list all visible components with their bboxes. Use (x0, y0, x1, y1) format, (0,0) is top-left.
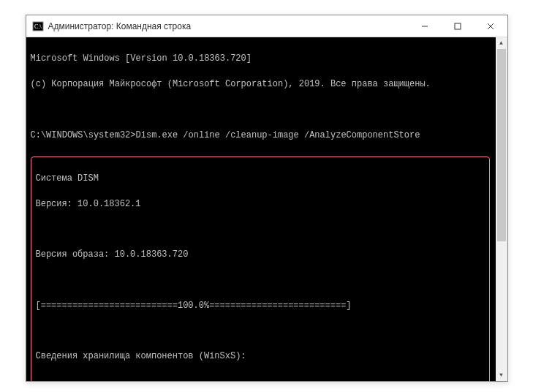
scroll-thumb[interactable] (497, 49, 506, 241)
winsxs-header: Сведения хранилища компонентов (WinSxS): (36, 350, 485, 363)
output-highlight-box: Система DISM Версия: 10.0.18362.1 Версия… (31, 157, 490, 381)
svg-text:C:\: C:\ (34, 23, 42, 30)
command-prompt-window: C:\ Администратор: Командная строка Micr… (26, 15, 508, 382)
scroll-track[interactable] (496, 49, 507, 369)
close-button[interactable] (475, 15, 507, 37)
prompt-command: Dism.exe /online /cleanup-image /Analyze… (136, 130, 420, 140)
cmd-icon: C:\ (32, 20, 44, 32)
scrollbar[interactable]: ▲ ▼ (496, 37, 507, 381)
scroll-down-button[interactable]: ▼ (496, 369, 507, 381)
dism-tool-version: Версия: 10.0.18362.1 (36, 198, 485, 211)
blank-line (31, 104, 503, 116)
blank-line (36, 325, 485, 338)
window-title: Администратор: Командная строка (48, 21, 409, 31)
blank-line (36, 223, 485, 235)
prompt-line: C:\WINDOWS\system32>Dism.exe /online /cl… (31, 129, 503, 142)
blank-line (36, 274, 485, 287)
minimize-button[interactable] (409, 15, 442, 37)
svg-rect-3 (455, 23, 461, 29)
header-version: Microsoft Windows [Version 10.0.18363.72… (31, 53, 503, 65)
scroll-up-button[interactable]: ▲ (496, 37, 507, 49)
prompt-path: C:\WINDOWS\system32> (31, 130, 136, 140)
image-version: Версия образа: 10.0.18363.720 (36, 249, 485, 261)
window-controls (409, 15, 507, 37)
header-copyright: (c) Корпорация Майкрософт (Microsoft Cor… (31, 78, 503, 91)
terminal-output: Microsoft Windows [Version 10.0.18363.72… (31, 40, 503, 381)
maximize-button[interactable] (442, 15, 475, 37)
titlebar[interactable]: C:\ Администратор: Командная строка (26, 15, 507, 37)
progress-bar: [==========================100.0%=======… (36, 300, 485, 312)
blank-line (36, 376, 485, 381)
terminal-area[interactable]: Microsoft Windows [Version 10.0.18363.72… (26, 37, 507, 381)
dism-tool-label: Система DISM (36, 173, 485, 185)
